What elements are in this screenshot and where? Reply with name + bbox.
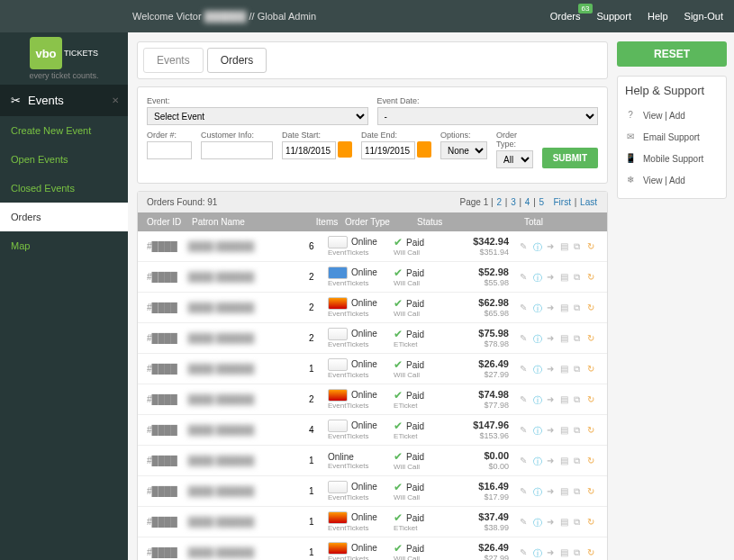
eventdate-select[interactable]: - (377, 107, 599, 125)
edit-icon[interactable]: ✎ (520, 456, 530, 466)
last-link[interactable]: Last (580, 197, 597, 207)
copy-icon[interactable]: ⧉ (574, 425, 584, 436)
table-row[interactable]: #████████ ██████2OnlineEventTickets✔Paid… (138, 323, 607, 354)
help-item[interactable]: ✉Email Support (625, 126, 719, 148)
page-link[interactable]: 4 (525, 197, 530, 207)
info-icon[interactable]: ⓘ (533, 425, 544, 436)
close-icon[interactable]: ✕ (112, 95, 119, 105)
table-row[interactable]: #████████ ██████1OnlineEventTickets✔Paid… (138, 507, 607, 537)
forward-icon[interactable]: ➜ (547, 486, 557, 497)
submit-button[interactable]: SUBMIT (542, 148, 598, 168)
edit-icon[interactable]: ✎ (520, 364, 530, 375)
edit-icon[interactable]: ✎ (520, 241, 530, 252)
copy-icon[interactable]: ⧉ (574, 517, 584, 528)
info-icon[interactable]: ⓘ (533, 303, 544, 313)
date-start-input[interactable] (282, 141, 336, 159)
table-row[interactable]: #████████ ██████1OnlineEventTickets✔Paid… (138, 537, 607, 560)
forward-icon[interactable]: ➜ (547, 547, 557, 558)
forward-icon[interactable]: ➜ (547, 303, 557, 313)
copy-icon[interactable]: ⧉ (574, 333, 584, 344)
copy-icon[interactable]: ⧉ (574, 486, 584, 497)
doc-icon[interactable]: ▤ (560, 303, 571, 313)
signout-link[interactable]: Sign-Out (684, 11, 723, 22)
ordertype-select[interactable]: All (496, 150, 533, 168)
refresh-icon[interactable]: ↻ (587, 333, 598, 344)
info-icon[interactable]: ⓘ (533, 394, 544, 405)
edit-icon[interactable]: ✎ (520, 547, 530, 558)
forward-icon[interactable]: ➜ (547, 272, 557, 283)
table-row[interactable]: #████████ ██████4OnlineEventTickets✔Paid… (138, 415, 607, 446)
edit-icon[interactable]: ✎ (520, 303, 530, 313)
page-link[interactable]: 5 (539, 197, 545, 207)
calendar-icon[interactable] (338, 141, 352, 158)
forward-icon[interactable]: ➜ (547, 241, 557, 252)
reset-button[interactable]: RESET (617, 41, 727, 67)
copy-icon[interactable]: ⧉ (574, 303, 584, 313)
doc-icon[interactable]: ▤ (560, 394, 571, 405)
orderno-input[interactable] (147, 141, 192, 159)
refresh-icon[interactable]: ↻ (587, 364, 598, 375)
forward-icon[interactable]: ➜ (547, 333, 557, 344)
copy-icon[interactable]: ⧉ (574, 394, 584, 405)
help-item[interactable]: 📱Mobile Support (625, 148, 719, 169)
doc-icon[interactable]: ▤ (560, 333, 571, 344)
options-select[interactable]: None (440, 141, 487, 159)
table-row[interactable]: #████████ ██████1OnlineEventTickets✔Paid… (138, 354, 607, 384)
edit-icon[interactable]: ✎ (520, 394, 530, 405)
info-icon[interactable]: ⓘ (533, 517, 544, 528)
doc-icon[interactable]: ▤ (560, 486, 571, 497)
date-end-input[interactable] (361, 141, 415, 159)
calendar-icon[interactable] (417, 141, 431, 158)
info-icon[interactable]: ⓘ (533, 272, 544, 283)
refresh-icon[interactable]: ↻ (587, 425, 598, 436)
copy-icon[interactable]: ⧉ (574, 241, 584, 252)
doc-icon[interactable]: ▤ (560, 272, 571, 283)
info-icon[interactable]: ⓘ (533, 547, 544, 558)
forward-icon[interactable]: ➜ (547, 364, 557, 375)
sidebar-item[interactable]: Create New Event (0, 116, 128, 145)
info-icon[interactable]: ⓘ (533, 364, 544, 375)
edit-icon[interactable]: ✎ (520, 517, 530, 528)
refresh-icon[interactable]: ↻ (587, 456, 598, 466)
table-row[interactable]: #████████ ██████2OnlineEventTickets✔Paid… (138, 262, 607, 293)
customer-input[interactable] (201, 141, 273, 159)
refresh-icon[interactable]: ↻ (587, 547, 598, 558)
doc-icon[interactable]: ▤ (560, 425, 571, 436)
info-icon[interactable]: ⓘ (533, 456, 544, 466)
sidebar-item[interactable]: Closed Events (0, 174, 128, 203)
doc-icon[interactable]: ▤ (560, 364, 571, 375)
info-icon[interactable]: ⓘ (533, 241, 544, 252)
doc-icon[interactable]: ▤ (560, 517, 571, 528)
refresh-icon[interactable]: ↻ (587, 303, 598, 313)
help-link[interactable]: Help (648, 11, 668, 22)
edit-icon[interactable]: ✎ (520, 272, 530, 283)
table-row[interactable]: #████████ ██████2OnlineEventTickets✔Paid… (138, 293, 607, 323)
table-row[interactable]: #████████ ██████6OnlineEventTickets✔Paid… (138, 231, 607, 262)
forward-icon[interactable]: ➜ (547, 456, 557, 466)
info-icon[interactable]: ⓘ (533, 333, 544, 344)
doc-icon[interactable]: ▤ (560, 547, 571, 558)
forward-icon[interactable]: ➜ (547, 394, 557, 405)
support-link[interactable]: Support (596, 11, 631, 22)
table-row[interactable]: #████████ ██████2OnlineEventTickets✔Paid… (138, 384, 607, 415)
help-item[interactable]: ❄View | Add (625, 169, 719, 191)
help-item[interactable]: ?View | Add (625, 104, 719, 126)
copy-icon[interactable]: ⧉ (574, 364, 584, 375)
page-link[interactable]: 2 (496, 197, 502, 207)
refresh-icon[interactable]: ↻ (587, 517, 598, 528)
sidebar-item[interactable]: Orders (0, 203, 128, 231)
tab-orders[interactable]: Orders (207, 48, 267, 73)
sidebar-item[interactable]: Open Events (0, 145, 128, 174)
copy-icon[interactable]: ⧉ (574, 547, 584, 558)
edit-icon[interactable]: ✎ (520, 486, 530, 497)
refresh-icon[interactable]: ↻ (587, 272, 598, 283)
copy-icon[interactable]: ⧉ (574, 456, 584, 466)
edit-icon[interactable]: ✎ (520, 333, 530, 344)
doc-icon[interactable]: ▤ (560, 241, 571, 252)
edit-icon[interactable]: ✎ (520, 425, 530, 436)
tab-events[interactable]: Events (143, 48, 204, 73)
refresh-icon[interactable]: ↻ (587, 486, 598, 497)
orders-link[interactable]: Orders63 (550, 11, 581, 22)
sidebar-header-events[interactable]: ✂ Events ✕ (0, 85, 128, 116)
forward-icon[interactable]: ➜ (547, 517, 557, 528)
